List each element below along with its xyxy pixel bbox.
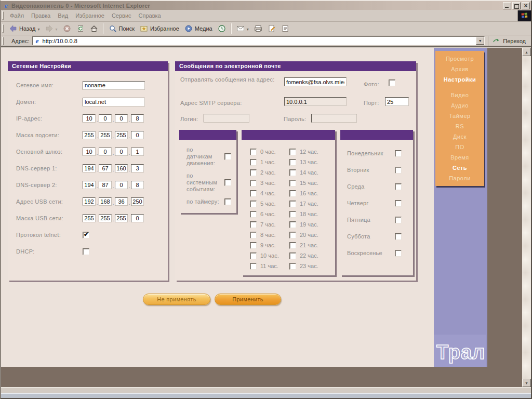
vertical-scrollbar[interactable] bbox=[522, 48, 531, 387]
hostname-input[interactable] bbox=[83, 81, 145, 90]
nav-software[interactable]: ПО bbox=[435, 142, 484, 152]
hour-checkbox[interactable] bbox=[289, 159, 296, 166]
hour-checkbox[interactable] bbox=[289, 232, 296, 238]
hour-checkbox[interactable] bbox=[250, 252, 257, 259]
stop-button[interactable] bbox=[60, 22, 74, 35]
hour-checkbox[interactable] bbox=[289, 149, 296, 155]
ip-octet-input[interactable]: 1 bbox=[131, 148, 144, 156]
back-dropdown-icon[interactable] bbox=[38, 25, 40, 32]
ip-octet-input[interactable]: 3 bbox=[131, 164, 144, 172]
hour-checkbox[interactable] bbox=[250, 263, 257, 270]
menu-help[interactable]: Справка bbox=[135, 11, 165, 20]
hour-checkbox[interactable] bbox=[250, 180, 257, 187]
nav-audio[interactable]: Аудио bbox=[435, 100, 484, 111]
ip-octet-input[interactable]: 0 bbox=[131, 131, 144, 139]
day-checkbox[interactable] bbox=[395, 217, 402, 223]
mail-button[interactable] bbox=[234, 22, 251, 35]
hour-checkbox[interactable] bbox=[250, 201, 257, 207]
ip-octet-input[interactable]: 160 bbox=[115, 164, 128, 172]
favorites-button[interactable]: Избранное bbox=[137, 22, 182, 35]
ip-octet-input[interactable]: 0 bbox=[115, 148, 128, 156]
forward-dropdown-icon[interactable] bbox=[56, 25, 58, 32]
nav-timer[interactable]: Таймер bbox=[435, 111, 484, 121]
address-dropdown-button[interactable] bbox=[476, 37, 484, 45]
day-checkbox[interactable] bbox=[395, 183, 402, 190]
apply-button[interactable]: Применить bbox=[215, 294, 281, 305]
ip-octet-input[interactable]: 8 bbox=[131, 181, 144, 189]
ip-octet-input[interactable]: 0 bbox=[99, 148, 112, 156]
ip-octet-input[interactable]: 255 bbox=[115, 131, 128, 139]
password-input[interactable] bbox=[311, 114, 357, 123]
hour-checkbox[interactable] bbox=[289, 211, 296, 218]
hour-checkbox[interactable] bbox=[289, 242, 296, 249]
port-input[interactable] bbox=[385, 97, 409, 106]
day-checkbox[interactable] bbox=[395, 150, 402, 157]
hour-checkbox[interactable] bbox=[289, 180, 296, 187]
cancel-button[interactable]: Не применять bbox=[143, 294, 210, 305]
menu-favorites[interactable]: Избранное bbox=[72, 11, 108, 20]
domain-input[interactable] bbox=[83, 98, 145, 107]
ip-octet-input[interactable]: 255 bbox=[99, 214, 112, 222]
hour-checkbox[interactable] bbox=[289, 252, 296, 259]
nav-passwords[interactable]: Пароли bbox=[435, 173, 484, 183]
ip-octet-input[interactable]: 0 bbox=[131, 214, 144, 222]
hour-checkbox[interactable] bbox=[250, 149, 257, 155]
nav-disk[interactable]: Диск bbox=[435, 131, 484, 142]
ip-octet-input[interactable]: 10 bbox=[83, 148, 96, 156]
hour-checkbox[interactable] bbox=[250, 232, 257, 238]
ip-octet-input[interactable]: 255 bbox=[83, 214, 96, 222]
close-button[interactable] bbox=[522, 2, 530, 9]
address-combo[interactable]: http://10.0.0.8 bbox=[32, 36, 485, 45]
home-button[interactable] bbox=[87, 22, 101, 35]
smtp-input[interactable] bbox=[284, 97, 347, 106]
ip-octet-input[interactable]: 194 bbox=[83, 181, 96, 189]
hour-checkbox[interactable] bbox=[289, 263, 296, 270]
ip-octet-input[interactable]: 0 bbox=[99, 114, 112, 123]
ip-octet-input[interactable]: 168 bbox=[99, 197, 112, 206]
hour-checkbox[interactable] bbox=[250, 242, 257, 249]
hour-checkbox[interactable] bbox=[250, 169, 257, 176]
print-button[interactable] bbox=[251, 22, 265, 35]
media-button[interactable]: Медиа bbox=[182, 22, 215, 35]
send-to-input[interactable] bbox=[284, 77, 347, 86]
dhcp-checkbox[interactable] bbox=[83, 248, 89, 255]
discuss-button[interactable] bbox=[278, 22, 292, 35]
timer-trigger-checkbox[interactable] bbox=[224, 198, 231, 205]
url-text[interactable]: http://10.0.0.8 bbox=[43, 38, 77, 44]
ip-octet-input[interactable]: 0 bbox=[115, 181, 128, 189]
nav-view[interactable]: Просмотр bbox=[435, 54, 484, 64]
day-checkbox[interactable] bbox=[395, 200, 402, 207]
restore-button[interactable] bbox=[512, 2, 521, 9]
telnet-checkbox[interactable]: ✔ bbox=[83, 232, 89, 238]
minimize-button[interactable] bbox=[503, 2, 511, 9]
day-checkbox[interactable] bbox=[395, 250, 402, 257]
go-button[interactable]: Переход bbox=[488, 36, 531, 46]
day-checkbox[interactable] bbox=[395, 233, 402, 240]
menu-tools[interactable]: Сервис bbox=[108, 11, 135, 20]
ip-octet-input[interactable]: 194 bbox=[83, 164, 96, 172]
refresh-button[interactable] bbox=[74, 22, 87, 35]
menu-view[interactable]: Вид bbox=[54, 11, 72, 20]
forward-button[interactable] bbox=[43, 22, 60, 35]
ip-octet-input[interactable]: 67 bbox=[99, 164, 112, 172]
hour-checkbox[interactable] bbox=[289, 201, 296, 207]
photo-checkbox[interactable] bbox=[389, 79, 395, 86]
ip-octet-input[interactable]: 0 bbox=[115, 114, 128, 123]
system-trigger-checkbox[interactable] bbox=[224, 179, 231, 186]
ip-octet-input[interactable]: 250 bbox=[131, 197, 144, 206]
scroll-down-button[interactable] bbox=[522, 379, 531, 387]
nav-video[interactable]: Видео bbox=[435, 90, 484, 100]
nav-archive[interactable]: Архив bbox=[435, 64, 484, 74]
history-button[interactable] bbox=[215, 22, 229, 35]
ip-octet-input[interactable]: 192 bbox=[83, 197, 96, 206]
ip-octet-input[interactable]: 8 bbox=[131, 114, 144, 123]
hour-checkbox[interactable] bbox=[250, 159, 257, 166]
day-checkbox[interactable] bbox=[395, 167, 402, 174]
ip-octet-input[interactable]: 87 bbox=[99, 181, 112, 189]
motion-trigger-checkbox[interactable] bbox=[224, 153, 231, 160]
ip-octet-input[interactable]: 255 bbox=[115, 214, 128, 222]
login-input[interactable] bbox=[204, 114, 249, 123]
nav-network[interactable]: Сеть bbox=[435, 163, 484, 173]
menu-edit[interactable]: Правка bbox=[28, 11, 54, 20]
hour-checkbox[interactable] bbox=[250, 211, 257, 218]
